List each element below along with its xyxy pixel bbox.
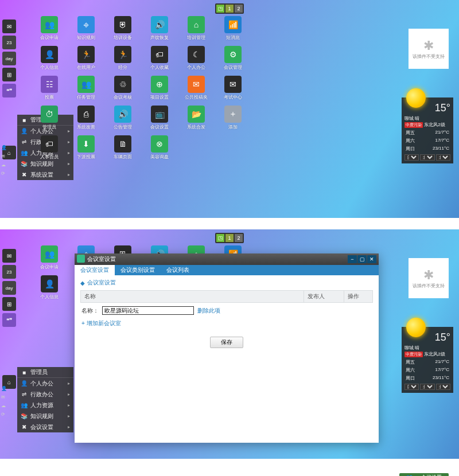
desktop-icon-label: 个人信息 (40, 294, 59, 300)
minimize-icon[interactable]: − (348, 255, 357, 263)
desktop-icon[interactable]: ⊗美容询盘 (142, 135, 177, 164)
start-menu: ■管理员 👤 个人办公 ▸ ⇌ 行政办公 ▸ 👥 人力资源 ▸ 📚 知识规则 ▸… (17, 367, 73, 432)
desktop-icon[interactable]: ♲会议考核 (106, 76, 140, 104)
day-icon[interactable]: day (2, 52, 16, 65)
sun-icon (406, 88, 426, 108)
country-select[interactable]: 国家▾ (404, 154, 419, 161)
window-titlebar[interactable]: 会议室设置 − ▢ ✕ (75, 253, 379, 265)
start-item-hr[interactable]: 👥 人力资源 ▸ (17, 400, 73, 411)
status-refresh-icon[interactable]: ⟳ (1, 171, 8, 178)
desktop-icon[interactable]: 🏃经分 (106, 46, 140, 75)
start-item-system[interactable]: ✖ 系统设置 ▸ (17, 169, 73, 180)
desktop-icon[interactable]: 👥会议申请 (32, 16, 67, 45)
start-item-personal[interactable]: 👤 个人办公 ▸ (17, 378, 73, 389)
desktop-icon-label: 会议管理 (224, 64, 242, 71)
desktop-icon[interactable]: ☷投票 (32, 76, 67, 104)
maximize-icon[interactable]: ▢ (357, 255, 367, 263)
desktop-icon[interactable]: 🔊公告管理 (106, 106, 140, 134)
day-icon[interactable]: day (2, 281, 16, 295)
desktop-icon[interactable]: 👥会议申请 (32, 245, 67, 274)
pager-2[interactable]: 2 (235, 5, 243, 13)
mail-icon[interactable]: ✉ (2, 249, 16, 263)
add-room-link[interactable]: + 增加新会议室 (80, 318, 373, 329)
desktop-icon[interactable]: ✉公共投稿夹 (179, 76, 213, 104)
start-item-admin[interactable]: ⇌ 行政办公 ▸ (17, 389, 73, 400)
desktop-icon[interactable]: 👤个人信息 (32, 46, 67, 75)
app-icon: ⏱ (41, 106, 58, 123)
start-item-meeting[interactable]: ✖ 会议设置 ▸ (17, 422, 73, 432)
desktop-icon[interactable]: 📺会议设置 (142, 106, 177, 134)
desktop-icon-label: 项目设置 (150, 94, 169, 100)
save-button[interactable]: 保存 (210, 337, 243, 348)
desktop-icon[interactable]: ⎆知识规则 (69, 16, 103, 45)
city-select[interactable]: 北京▾ (436, 154, 450, 161)
desktop-icon[interactable]: ⎙系统改善 (69, 106, 103, 134)
grid-icon[interactable]: ⊞ (2, 297, 16, 311)
delete-link[interactable]: 删除此项 (197, 307, 220, 315)
desktop-icon[interactable]: 🗎车辆页面 (106, 135, 140, 164)
mail-icon[interactable]: ✉ (2, 19, 16, 33)
desktop-icon[interactable]: ＋添加 (216, 106, 250, 134)
status-user-icon[interactable]: 👤 (1, 145, 8, 152)
chat-icon[interactable]: ❝❞ (2, 313, 16, 327)
status-cloud-icon[interactable]: ☁ (1, 162, 8, 169)
pager-1[interactable]: 1 (225, 5, 234, 13)
close-icon[interactable]: ✕ (367, 255, 376, 263)
app-icon: ＋ (224, 106, 242, 123)
desktop-icon[interactable]: ⏱管理员 (32, 106, 67, 134)
book-icon: 📚 (21, 413, 28, 419)
pager-1[interactable]: 1 (225, 234, 234, 242)
grid-icon[interactable]: ⊞ (2, 68, 16, 81)
chevron-right-icon: ▸ (68, 424, 70, 430)
taskbar-meeting-button[interactable]: 👥 会议设置 (399, 473, 449, 476)
calendar-icon[interactable]: 23 (2, 265, 16, 279)
people-icon: 👥 (21, 150, 28, 156)
desktop-icon[interactable]: ⬇下派投票 (69, 135, 103, 164)
desktop-icon[interactable]: 🏃在线用户 (69, 46, 103, 75)
pager-icon[interactable]: ◳ (216, 5, 224, 13)
status-cloud-icon[interactable]: ☁ (1, 403, 8, 410)
desktop-icon[interactable]: ☾个人办公 (179, 46, 213, 75)
start-item-label: 会议设置 (30, 423, 53, 431)
desktop-icon[interactable]: 📶短消息 (216, 16, 250, 45)
forecast-row: 周五21/7°C (404, 130, 450, 136)
desktop-icon[interactable]: ⛨培训设备 (106, 16, 140, 45)
status-user-icon[interactable]: 👤 (1, 386, 8, 393)
desktop-icon[interactable]: 👤个人信息 (32, 275, 67, 304)
province-select[interactable]: 北京▾ (420, 384, 434, 390)
app-icon: ⚙ (224, 46, 242, 63)
weather-status: 中度污染 东北风2级 (404, 122, 450, 128)
desktop-icon-grid: 👥会议申请⎆知识规则⛨培训设备🔊声纹恢复⌂培训管理📶短消息👤个人信息🏃在线用户🏃… (32, 16, 288, 164)
app-icon: ♲ (114, 76, 131, 93)
tab-room-setup[interactable]: 会议室设置 (75, 265, 115, 275)
status-mail-icon[interactable]: ✉ (1, 395, 8, 401)
calendar-icon[interactable]: 23 (2, 36, 16, 49)
province-select[interactable]: 北京▾ (420, 154, 434, 161)
desktop-icon[interactable]: ⊕项目设置 (142, 76, 177, 104)
desktop-icon[interactable]: ⚙会议管理 (216, 46, 250, 75)
desktop-icon-label: 培训设备 (114, 34, 132, 41)
status-refresh-icon[interactable]: ⟳ (1, 412, 8, 419)
desktop-icon[interactable]: 📂系统合发 (179, 106, 213, 134)
chat-icon[interactable]: ❝❞ (2, 84, 16, 97)
th-name: 名称 (81, 291, 304, 303)
desktop-icon[interactable]: ⌂培训管理 (179, 16, 213, 45)
start-item-knowledge[interactable]: 📚 知识规则 ▸ (17, 411, 73, 422)
tab-meeting-list[interactable]: 会议列表 (161, 265, 195, 275)
weather-widget: 15° 聊城 晴 中度污染 东北风2级 周五21/7°C 周六17/7°C 周日… (402, 327, 453, 393)
desktop-icon[interactable]: 🏷人事合员 (32, 135, 67, 164)
app-icon: ✉ (188, 76, 205, 93)
pager-icon[interactable]: ◳ (216, 234, 224, 242)
desktop-icon[interactable]: 🏷个人收藏 (142, 46, 177, 75)
pager-2[interactable]: 2 (235, 234, 243, 242)
app-icon: ⊗ (151, 135, 168, 153)
room-table: 名称 发布人 操作 (80, 290, 373, 303)
tab-category-setup[interactable]: 会议类别设置 (115, 265, 161, 275)
desktop-icon[interactable]: ✉考试中心 (216, 76, 250, 104)
status-mail-icon[interactable]: ✉ (1, 154, 8, 161)
desktop-icon[interactable]: 🔊声纹恢复 (142, 16, 177, 45)
desktop-icon[interactable]: 👥任务管理 (69, 76, 103, 104)
room-name-input[interactable] (102, 306, 194, 315)
country-select[interactable]: 国家▾ (404, 384, 419, 390)
city-select[interactable]: 北京▾ (436, 384, 450, 390)
